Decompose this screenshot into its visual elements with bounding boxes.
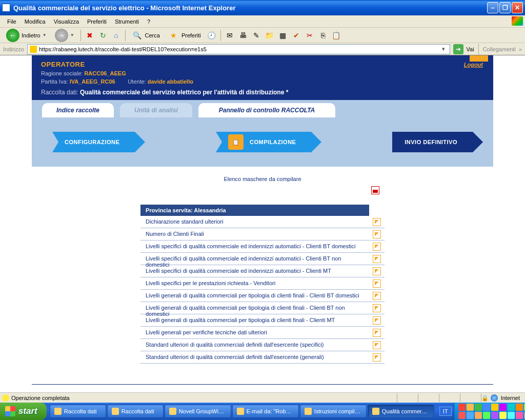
table-row: Dichiarazione standard ulteriori xyxy=(140,216,385,228)
mask-link[interactable]: Livelli specifici di qualità commerciale… xyxy=(140,253,369,265)
menu-modifica[interactable]: Modifica xyxy=(21,17,50,26)
mask-link[interactable]: Standard ulteriori di qualità commercial… xyxy=(140,351,369,364)
maschere-table: Provincia servita: Alessandria Dichiaraz… xyxy=(140,205,385,364)
favorites-button[interactable]: ★ Preferiti xyxy=(165,29,204,42)
taskbar-item[interactable]: Istruzioni compilazio... xyxy=(300,405,367,418)
cut-button[interactable]: ✂ xyxy=(304,30,315,41)
edit-cell[interactable] xyxy=(369,339,385,351)
mask-link[interactable]: Livelli generali di qualità commerciali … xyxy=(140,314,369,327)
go-button[interactable]: ➔ xyxy=(453,44,463,54)
address-input[interactable]: https://rabaeeg.lutech.it/raccolte-dati-… xyxy=(27,44,450,54)
step-invio[interactable]: INVIO DEFINITIVO xyxy=(392,132,473,152)
edit-icon xyxy=(373,353,381,362)
edit-cell[interactable] xyxy=(369,302,385,314)
tab-unita[interactable]: Unità di analisi xyxy=(120,103,192,117)
elenco-title: Elenco maschere da compilare xyxy=(32,176,493,182)
edit-cell[interactable] xyxy=(369,253,385,265)
taskbar-item[interactable]: Qualità commerciale... xyxy=(368,405,434,418)
menu-visualizza[interactable]: Visualizza xyxy=(50,17,83,26)
search-button[interactable]: 🔍 Cerca xyxy=(129,29,163,42)
edit-cell[interactable] xyxy=(369,327,385,339)
taskbar-item[interactable]: E-mail da: "Roberto... xyxy=(232,405,299,418)
mail-button[interactable]: ✉ xyxy=(224,30,235,41)
language-indicator[interactable]: IT xyxy=(439,407,452,416)
back-button[interactable]: ← Indietro ▼ xyxy=(3,28,50,43)
research-button[interactable]: ✔ xyxy=(291,30,302,41)
menu-help[interactable]: ? xyxy=(143,17,154,26)
mask-link[interactable]: Numero di Clienti Finali xyxy=(140,228,369,241)
footer-bar xyxy=(32,384,493,385)
discuss-button[interactable]: ▦ xyxy=(277,30,289,41)
table-row: Livelli specifici di qualità commerciale… xyxy=(140,265,385,277)
links-label[interactable]: Collegamenti xyxy=(483,46,516,52)
close-button[interactable]: ✕ xyxy=(512,2,523,13)
mask-link[interactable]: Livelli generali per verifiche tecniche … xyxy=(140,327,369,339)
edit-cell[interactable] xyxy=(369,265,385,277)
edit-icon xyxy=(373,304,381,312)
back-icon: ← xyxy=(6,29,19,42)
step-compilazione[interactable]: 📋COMPILAZIONE xyxy=(216,132,311,152)
pdf-export-icon[interactable] xyxy=(371,186,379,194)
print-button[interactable]: 🖶 xyxy=(237,30,249,41)
maximize-button[interactable]: ❐ xyxy=(499,2,511,13)
step-configurazione[interactable]: CONFIGURAZIONE xyxy=(52,132,135,152)
table-row: Livelli generali di qualità commerciali … xyxy=(140,290,385,302)
mask-link[interactable]: Livelli specifici di qualità commerciale… xyxy=(140,241,369,253)
utente-label: Utente: xyxy=(128,78,146,85)
minimize-button[interactable]: – xyxy=(487,2,498,13)
tray-icons[interactable] xyxy=(458,404,525,419)
forward-button[interactable]: → ▼ xyxy=(52,28,77,43)
refresh-button[interactable]: ↻ xyxy=(97,30,109,41)
taskbar-item[interactable]: Novell GroupWise C... xyxy=(165,405,231,418)
edit-cell[interactable] xyxy=(369,241,385,253)
logout-link[interactable]: Logout xyxy=(464,62,483,68)
table-row: Standard ulteriori di qualità commercial… xyxy=(140,351,385,364)
taskbar-item-label: Novell GroupWise C... xyxy=(179,408,227,414)
back-label: Indietro xyxy=(22,32,41,38)
taskbar-items: Raccolta datiRaccolta datiNovell GroupWi… xyxy=(47,403,437,420)
taskbar-item[interactable]: Raccolta dati xyxy=(107,405,164,418)
mask-link[interactable]: Livelli generali di qualità commerciali … xyxy=(140,290,369,302)
menu-strumenti[interactable]: Strumenti xyxy=(111,17,143,26)
edit-cell[interactable] xyxy=(369,277,385,290)
edit-button[interactable]: ✎ xyxy=(251,30,262,41)
status-bar: Operazione completata 🔒 Internet xyxy=(0,392,525,403)
media-button[interactable]: 🕘 xyxy=(206,30,217,41)
paste-button[interactable]: 📋 xyxy=(331,30,342,41)
edit-icon xyxy=(373,329,381,337)
address-dropdown-icon[interactable]: ▾ xyxy=(439,46,448,52)
edit-cell[interactable] xyxy=(369,216,385,228)
table-row: Numero di Clienti Finali xyxy=(140,228,385,241)
table-row: Livelli specifici per le prestazioni ric… xyxy=(140,277,385,290)
stop-button[interactable]: ✖ xyxy=(84,30,95,41)
mask-link[interactable]: Livelli specifici per le prestazioni ric… xyxy=(140,277,369,290)
table-row: Livelli generali di qualità commerciali … xyxy=(140,302,385,314)
edit-cell[interactable] xyxy=(369,314,385,327)
tab-pannello[interactable]: Pannello di controllo RACCOLTA xyxy=(198,103,336,117)
tab-indice[interactable]: Indice raccolte xyxy=(42,103,114,117)
table-row: Livelli specifici di qualità commerciale… xyxy=(140,253,385,265)
system-tray: 9.58 venerdì 12/03/2010 xyxy=(454,403,525,420)
status-icon xyxy=(2,394,9,402)
mask-link[interactable]: Standard ulteriori di qualità commercial… xyxy=(140,339,369,351)
home-button[interactable]: ⌂ xyxy=(111,30,122,41)
mask-link[interactable]: Dichiarazione standard ulteriori xyxy=(140,216,369,228)
menu-file[interactable]: File xyxy=(3,17,21,26)
edit-cell[interactable] xyxy=(369,290,385,302)
page-icon xyxy=(30,46,37,53)
menu-preferiti[interactable]: Preferiti xyxy=(83,17,111,26)
folder-button[interactable]: 📁 xyxy=(264,30,275,41)
mask-link[interactable]: Livelli generali di qualità commerciali … xyxy=(140,302,369,314)
taskbar-item[interactable]: Raccolta dati xyxy=(50,405,106,418)
copy-button[interactable]: ⎘ xyxy=(317,30,329,41)
content-viewport[interactable]: Logout OPERATORE Ragione sociale: RACC06… xyxy=(0,55,525,385)
toolbar: ← Indietro ▼ → ▼ ✖ ↻ ⌂ 🔍 Cerca ★ Preferi… xyxy=(0,28,525,43)
taskbar-item-label: Raccolta dati xyxy=(64,408,97,414)
window-titlebar: Qualità commerciale del servizio elettri… xyxy=(0,0,525,15)
edit-cell[interactable] xyxy=(369,228,385,241)
edit-icon xyxy=(373,316,381,325)
edit-cell[interactable] xyxy=(369,351,385,364)
mask-link[interactable]: Livelli specifici di qualità commerciale… xyxy=(140,265,369,277)
start-button[interactable]: start xyxy=(0,403,47,420)
ragione-label: Ragione sociale: xyxy=(41,70,83,76)
